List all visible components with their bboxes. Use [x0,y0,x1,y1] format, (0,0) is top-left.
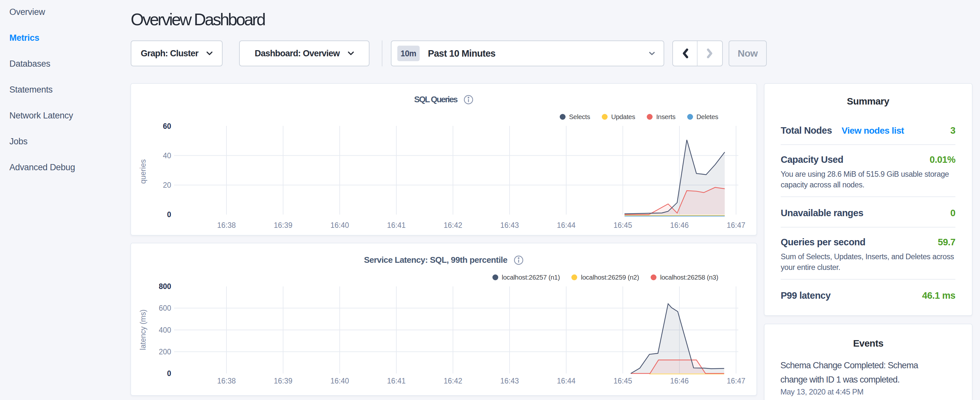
svg-text:40: 40 [163,151,171,160]
svg-text:16:38: 16:38 [217,377,236,385]
svg-text:16:42: 16:42 [444,377,462,385]
svg-text:16:47: 16:47 [727,377,745,385]
svg-text:600: 600 [159,304,171,312]
svg-text:16:44: 16:44 [557,221,576,229]
svg-text:800: 800 [159,282,171,291]
svg-text:16:46: 16:46 [670,377,689,385]
svg-text:16:41: 16:41 [387,377,406,385]
svg-text:16:45: 16:45 [613,377,632,385]
svg-text:16:39: 16:39 [274,221,293,229]
svg-text:20: 20 [163,181,171,189]
svg-text:16:39: 16:39 [274,377,293,385]
svg-text:400: 400 [159,326,171,334]
svg-text:60: 60 [163,122,171,131]
svg-text:16:41: 16:41 [387,221,406,229]
svg-text:0: 0 [167,369,171,378]
svg-text:16:43: 16:43 [500,221,519,229]
svg-text:16:47: 16:47 [727,221,745,229]
svg-text:16:44: 16:44 [557,377,576,385]
svg-text:16:43: 16:43 [500,377,519,385]
svg-text:0: 0 [167,210,171,219]
svg-text:16:45: 16:45 [613,221,632,229]
svg-text:queries: queries [139,159,147,183]
svg-text:16:40: 16:40 [330,221,349,229]
svg-text:16:40: 16:40 [330,377,349,385]
svg-text:16:38: 16:38 [217,221,236,229]
svg-text:latency (ms): latency (ms) [139,309,147,350]
svg-text:16:46: 16:46 [670,221,689,229]
svg-text:16:42: 16:42 [444,221,462,229]
svg-text:200: 200 [159,347,171,356]
